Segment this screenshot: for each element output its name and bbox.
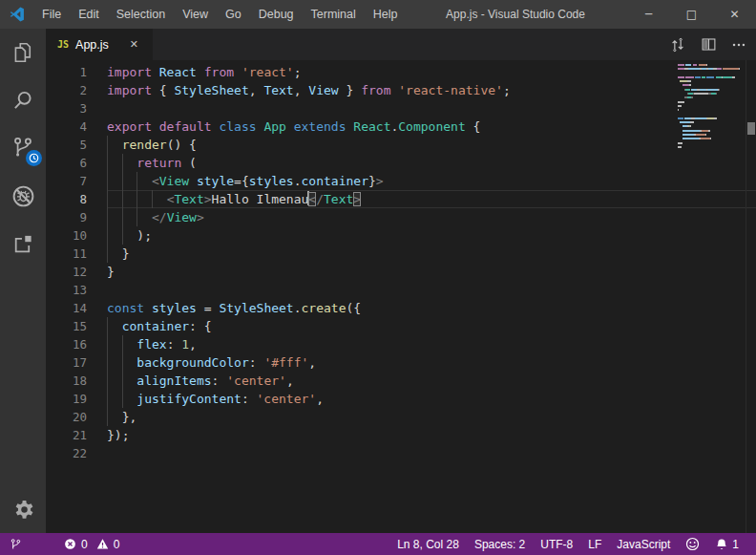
- line-number[interactable]: 9: [46, 208, 107, 226]
- line-number[interactable]: 6: [46, 154, 107, 172]
- code-line[interactable]: 16 flex: 1,: [46, 335, 756, 353]
- activity-settings-button[interactable]: [0, 485, 46, 533]
- code-line[interactable]: 9 </View>: [46, 208, 756, 226]
- code-line[interactable]: 15 container: {: [46, 317, 756, 335]
- code-line[interactable]: 18 alignItems: 'center',: [46, 372, 756, 390]
- code-line[interactable]: 6 return (: [46, 154, 756, 172]
- line-number[interactable]: 22: [46, 444, 107, 462]
- code-token: .: [294, 301, 302, 315]
- indentation-button[interactable]: Spaces: 2: [467, 533, 533, 555]
- activity-source-control-button[interactable]: [0, 124, 46, 172]
- menu-selection[interactable]: Selection: [108, 0, 174, 29]
- smiley-icon: [685, 537, 700, 551]
- code-line[interactable]: 14const styles = StyleSheet.create({: [46, 299, 756, 317]
- line-number[interactable]: 2: [46, 81, 107, 99]
- line-number[interactable]: 18: [46, 372, 107, 390]
- code-token: }: [107, 246, 129, 261]
- line-number[interactable]: 16: [46, 335, 107, 353]
- line-content: export default class App extends React.C…: [107, 117, 756, 136]
- status-bar: 0 0 Ln 8, Col 28 Spaces: 2 UTF-8 LF Java…: [0, 533, 756, 555]
- code-token: /: [316, 192, 324, 206]
- activity-explorer-button[interactable]: [0, 29, 46, 76]
- line-number[interactable]: 20: [46, 408, 107, 426]
- line-number[interactable]: 13: [46, 281, 107, 299]
- code-line[interactable]: 22: [46, 444, 756, 462]
- code-line[interactable]: 19 justifyContent: 'center',: [46, 390, 756, 408]
- encoding-button[interactable]: UTF-8: [533, 533, 580, 555]
- line-number[interactable]: 1: [46, 63, 107, 81]
- line-number[interactable]: 11: [46, 245, 107, 263]
- language-mode-button[interactable]: JavaScript: [609, 533, 678, 555]
- problems-button[interactable]: 0 0: [56, 533, 127, 555]
- activity-debug-button[interactable]: [0, 172, 46, 220]
- code-token: ,: [189, 337, 197, 352]
- minimize-button[interactable]: ─: [627, 0, 670, 29]
- code-line[interactable]: 1import React from 'react';: [46, 63, 756, 81]
- menu-terminal[interactable]: Terminal: [303, 0, 365, 29]
- code-line[interactable]: 8 <Text>Hallo Ilmenau</Text>: [46, 190, 756, 208]
- cursor-position-button[interactable]: Ln 8, Col 28: [389, 533, 467, 555]
- line-number[interactable]: 10: [46, 226, 107, 245]
- code-line[interactable]: 10 );: [46, 226, 756, 245]
- line-number[interactable]: 4: [46, 117, 107, 136]
- open-changes-button[interactable]: [668, 35, 687, 54]
- split-editor-button[interactable]: [699, 35, 718, 54]
- activity-extensions-button[interactable]: [0, 220, 46, 267]
- line-number[interactable]: 12: [46, 263, 107, 281]
- code-line[interactable]: 20 },: [46, 408, 756, 426]
- line-number[interactable]: 21: [46, 426, 107, 444]
- code-line[interactable]: 3: [46, 99, 756, 117]
- code-line[interactable]: 7 <View style={styles.container}>: [46, 172, 756, 190]
- code-line[interactable]: 5 render() {: [46, 136, 756, 154]
- line-number[interactable]: 19: [46, 390, 107, 408]
- close-window-button[interactable]: ✕: [713, 0, 756, 29]
- line-number[interactable]: 3: [46, 99, 107, 117]
- tab-appjs[interactable]: JS App.js ✕: [46, 29, 153, 60]
- line-content: import { StyleSheet, Text, View } from '…: [107, 81, 756, 99]
- code-line[interactable]: 2import { StyleSheet, Text, View } from …: [46, 81, 756, 99]
- line-number[interactable]: 15: [46, 317, 107, 335]
- indent-guide: [107, 245, 108, 263]
- line-number[interactable]: 8: [46, 190, 107, 208]
- indent-guide: [122, 226, 123, 245]
- code-token: 'center': [257, 392, 317, 406]
- code-line[interactable]: 17 backgroundColor: '#fff',: [46, 353, 756, 372]
- menu-view[interactable]: View: [174, 0, 217, 29]
- indent-guide: [122, 372, 123, 390]
- code-editor[interactable]: 1import React from 'react';2import { Sty…: [46, 60, 756, 533]
- menu-help[interactable]: Help: [365, 0, 407, 29]
- line-content: </View>: [107, 208, 756, 226]
- line-content: <Text>Hallo Ilmenau</Text>: [107, 190, 756, 208]
- menu-file[interactable]: File: [33, 0, 70, 29]
- tab-bar: JS App.js ✕: [46, 29, 756, 60]
- menu-debug[interactable]: Debug: [250, 0, 303, 29]
- window-title: App.js - Visual Studio Code: [446, 8, 585, 21]
- menu-go[interactable]: Go: [217, 0, 250, 29]
- more-actions-button[interactable]: [729, 35, 748, 54]
- close-tab-icon[interactable]: ✕: [130, 38, 138, 51]
- line-number[interactable]: 5: [46, 136, 107, 154]
- line-content: }: [107, 245, 756, 263]
- menu-edit[interactable]: Edit: [70, 0, 108, 29]
- indent-guide: [107, 317, 108, 335]
- code-line[interactable]: 12}: [46, 263, 756, 281]
- code-line[interactable]: 11 }: [46, 245, 756, 263]
- code-line[interactable]: 13: [46, 281, 756, 299]
- git-branch-button[interactable]: [2, 533, 30, 555]
- indent-guide: [107, 208, 108, 226]
- code-token: {: [152, 83, 174, 97]
- feedback-button[interactable]: [678, 533, 707, 555]
- maximize-button[interactable]: □: [670, 0, 713, 29]
- line-number[interactable]: 14: [46, 299, 107, 317]
- code-token: [189, 174, 197, 188]
- line-number[interactable]: 7: [46, 172, 107, 190]
- line-number[interactable]: 17: [46, 353, 107, 372]
- notifications-button[interactable]: 1: [707, 533, 746, 555]
- activity-search-button[interactable]: [0, 76, 46, 124]
- code-line[interactable]: 21});: [46, 426, 756, 444]
- code-line[interactable]: 4export default class App extends React.…: [46, 117, 756, 136]
- code-token: styles: [152, 301, 197, 315]
- minimap[interactable]: [678, 64, 743, 155]
- code-token: =: [197, 301, 219, 315]
- eol-button[interactable]: LF: [580, 533, 609, 555]
